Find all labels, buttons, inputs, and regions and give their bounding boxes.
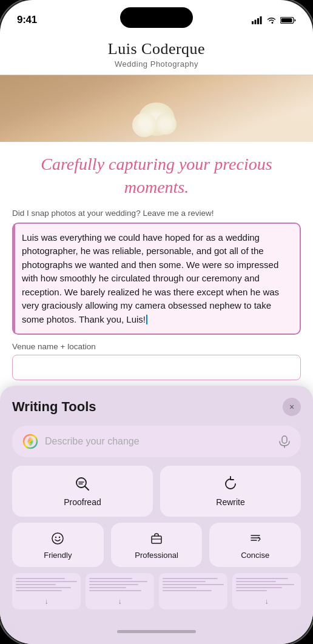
svg-rect-1 — [255, 19, 257, 24]
svg-point-16 — [59, 537, 60, 538]
thumbnail-arrow-1: ↓ — [45, 597, 49, 606]
proofread-icon — [74, 475, 91, 492]
hero-image — [0, 75, 313, 142]
concise-label: Concise — [241, 551, 269, 560]
svg-point-7 — [29, 440, 32, 443]
review-label: Did I snap photos at your wedding? Leave… — [0, 205, 313, 223]
thumbnail-arrow-2: ↓ — [118, 597, 122, 606]
home-indicator — [117, 630, 196, 633]
professional-icon — [148, 530, 165, 547]
close-icon: × — [289, 402, 294, 412]
text-cursor — [146, 315, 147, 324]
rewrite-icon — [222, 475, 239, 492]
bottom-thumbnails: ↓ ↓ — [12, 573, 301, 628]
thumbnail-lines-4 — [236, 578, 297, 593]
writing-tools-panel: Writing Tools × — [0, 386, 313, 644]
thumbnail-3[interactable] — [159, 573, 227, 609]
friendly-icon — [49, 530, 66, 547]
ai-icon — [22, 433, 39, 450]
proofread-label: Proofread — [64, 497, 101, 507]
professional-label: Professional — [135, 551, 178, 560]
status-icons — [252, 16, 296, 24]
svg-rect-3 — [260, 16, 262, 24]
status-time: 9:41 — [17, 14, 37, 26]
status-bar: 9:41 — [0, 0, 313, 32]
venue-input[interactable] — [12, 355, 301, 380]
rewrite-label: Rewrite — [216, 497, 244, 507]
writing-tools-title: Writing Tools — [12, 399, 96, 415]
thumbnail-1[interactable]: ↓ — [12, 573, 81, 609]
site-subtitle: Wedding Photography — [12, 59, 301, 69]
search-placeholder: Describe your change — [45, 436, 272, 447]
thumbnail-4[interactable]: ↓ — [232, 573, 301, 609]
svg-line-11 — [85, 486, 89, 490]
page-content: Luis Coderque Wedding Photography Carefu… — [0, 32, 313, 644]
svg-point-14 — [52, 533, 63, 544]
signal-icon — [252, 16, 263, 24]
mic-icon[interactable] — [278, 435, 291, 448]
concise-button[interactable]: Concise — [209, 523, 301, 567]
wifi-icon — [266, 16, 277, 24]
battery-icon — [280, 16, 296, 24]
svg-rect-2 — [257, 18, 259, 24]
friendly-button[interactable]: Friendly — [12, 523, 104, 567]
tagline: Carefully capturing your precious moment… — [0, 142, 313, 205]
svg-rect-8 — [282, 436, 287, 443]
svg-rect-17 — [152, 536, 161, 543]
thumbnail-arrow-4: ↓ — [265, 597, 269, 606]
svg-point-15 — [55, 537, 56, 538]
svg-rect-0 — [252, 21, 254, 24]
tools-row-secondary: Friendly Professional — [12, 523, 301, 567]
thumbnail-2[interactable]: ↓ — [86, 573, 154, 609]
writing-tools-header: Writing Tools × — [12, 398, 301, 416]
thumbnail-lines-2 — [89, 578, 150, 593]
venue-label: Venue name + location — [0, 335, 313, 355]
thumbnail-lines-1 — [16, 578, 77, 593]
svg-rect-5 — [281, 18, 292, 22]
phone-frame: 9:41 — [0, 0, 313, 644]
proofread-button[interactable]: Proofread — [12, 466, 153, 517]
tools-row-main: Proofread Rewrite — [12, 466, 301, 517]
rewrite-button[interactable]: Rewrite — [160, 466, 301, 517]
review-text: Luis was everything we could have hoped … — [22, 232, 279, 324]
professional-button[interactable]: Professional — [111, 523, 203, 567]
close-button[interactable]: × — [283, 398, 301, 416]
home-indicator-area — [12, 628, 301, 638]
friendly-label: Friendly — [44, 551, 72, 560]
dynamic-island — [120, 7, 193, 28]
site-title: Luis Coderque — [12, 40, 301, 58]
thumbnail-lines-3 — [163, 578, 224, 593]
concise-icon — [247, 530, 264, 547]
describe-change-bar[interactable]: Describe your change — [12, 426, 301, 457]
site-header: Luis Coderque Wedding Photography — [0, 32, 313, 75]
review-textbox[interactable]: Luis was everything we could have hoped … — [12, 223, 301, 335]
